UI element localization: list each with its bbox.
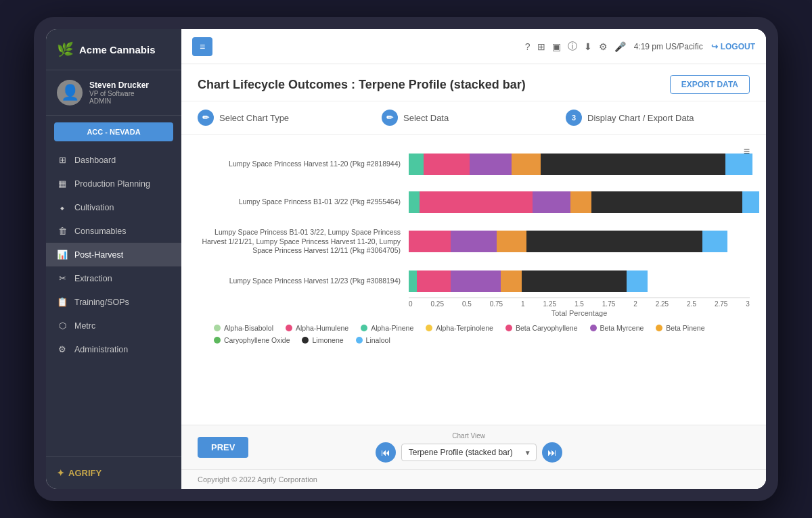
sidebar-item-metrc[interactable]: ⬡ Metrc xyxy=(46,314,181,337)
sidebar-item-post-harvest[interactable]: 📊 Post-Harvest xyxy=(46,243,181,266)
logout-button[interactable]: ↪ LOGOUT xyxy=(711,42,755,51)
mic-icon[interactable]: 🎤 xyxy=(614,41,626,52)
bar-segment xyxy=(424,154,470,175)
chart-view-controls: ⏮ Terpene Profile (stacked bar)Terpene P… xyxy=(376,442,562,463)
sidebar-item-label: Dashboard xyxy=(74,156,116,165)
legend-item: Linalool xyxy=(356,336,390,344)
bar-segment xyxy=(742,191,759,213)
bar-label: Lumpy Space Princess Harvest 11-20 (Pkg … xyxy=(198,160,401,169)
hamburger-icon: ≡ xyxy=(200,41,205,52)
user-name: Steven Drucker xyxy=(89,80,149,90)
legend-label: Alpha-Pinene xyxy=(371,324,413,332)
sidebar-item-dashboard[interactable]: ⊞ Dashboard xyxy=(46,148,181,172)
settings-icon[interactable]: ⚙ xyxy=(599,41,608,52)
step-1-label: Select Chart Type xyxy=(219,113,289,123)
sidebar-item-extraction[interactable]: ✂ Extraction xyxy=(46,266,181,290)
legend-label: Linalool xyxy=(366,336,390,344)
bar-segment xyxy=(409,154,424,175)
chart-menu-icon[interactable]: ≡ xyxy=(744,145,750,158)
export-button[interactable]: EXPORT DATA xyxy=(670,75,750,94)
chart-area: ≡ Lumpy Space Princess Harvest 11-20 (Pk… xyxy=(181,135,766,425)
x-tick: 1.25 xyxy=(543,300,556,308)
legend-item: Alpha-Terpinolene xyxy=(426,324,493,332)
topbar-icons: ? ⊞ ▣ ⓘ ⬇ ⚙ 🎤 xyxy=(525,41,626,53)
bar-segment xyxy=(522,270,627,292)
bar-segment xyxy=(497,231,526,252)
download-icon[interactable]: ⬇ xyxy=(584,41,592,52)
x-tick: 0.25 xyxy=(430,300,443,308)
copyright-text: Copyright © 2022 Agrify Corporation xyxy=(198,475,317,484)
next-chart-button[interactable]: ⏭ xyxy=(542,442,562,463)
bar-segment xyxy=(591,191,742,213)
legend-item: Limonene xyxy=(302,336,343,344)
bottom-bar: PREV Chart View ⏮ Terpene Profile (stack… xyxy=(181,425,766,469)
bar-row: Lumpy Space Princess B1-01 3/22 (Pkg #29… xyxy=(198,190,750,214)
prev-button[interactable]: PREV xyxy=(198,437,248,458)
menu-button[interactable]: ≡ xyxy=(192,37,212,56)
sidebar-item-label: Post-Harvest xyxy=(74,250,123,260)
bar-segment xyxy=(409,270,417,292)
grid-icon[interactable]: ⊞ xyxy=(537,41,545,52)
training-icon: 📋 xyxy=(57,297,68,307)
step-3: 3 Display Chart / Export Data xyxy=(566,110,750,126)
chart-view-select[interactable]: Terpene Profile (stacked bar)Terpene Pro… xyxy=(401,444,537,461)
user-role: VP of Software xyxy=(89,90,149,97)
topbar: ≡ ? ⊞ ▣ ⓘ ⬇ ⚙ 🎤 4:19 pm US/Pacific ↪ xyxy=(181,29,766,64)
agrify-icon: ✦ xyxy=(57,468,64,478)
steps-bar: ✏ Select Chart Type ✏ Select Data 3 Disp… xyxy=(181,101,766,135)
admin-icon: ⚙ xyxy=(57,344,68,354)
x-axis-label: Total Percentage xyxy=(409,309,750,317)
sidebar-item-label: Cultivation xyxy=(74,203,114,212)
legend-color-dot xyxy=(590,325,597,331)
location-button[interactable]: ACC - NEVADA xyxy=(54,122,173,141)
bar-segment xyxy=(512,154,541,175)
legend-label: Alpha-Bisabolol xyxy=(224,324,273,332)
legend-color-dot xyxy=(656,325,662,331)
step-1: ✏ Select Chart Type xyxy=(198,110,382,126)
legend-item: Beta Pinene xyxy=(656,324,704,332)
screen-icon[interactable]: ▣ xyxy=(552,41,561,52)
sidebar-item-training[interactable]: 📋 Training/SOPs xyxy=(46,290,181,314)
sidebar-item-administration[interactable]: ⚙ Administration xyxy=(46,337,181,361)
sidebar-bottom: ✦ AGRIFY xyxy=(46,456,181,489)
sidebar-item-consumables[interactable]: 🗑 Consumables xyxy=(46,219,181,243)
bar-segment xyxy=(417,270,451,292)
legend-item: Beta Myrcene xyxy=(590,324,644,332)
bar-segment xyxy=(702,231,727,252)
sidebar-item-label: Training/SOPs xyxy=(74,298,129,307)
bar-segment xyxy=(526,231,702,252)
info-icon[interactable]: ⓘ xyxy=(568,41,577,53)
legend-item: Beta Caryophyllene xyxy=(505,324,578,332)
chart-legend: Alpha-BisabololAlpha-HumuleneAlpha-Pinen… xyxy=(214,324,750,344)
bar-label: Lumpy Space Princess B1-01 3/22, Lumpy S… xyxy=(198,228,401,256)
legend-label: Caryophyllene Oxide xyxy=(224,336,290,344)
legend-item: Alpha-Pinene xyxy=(361,324,413,332)
step-3-label: Display Chart / Export Data xyxy=(587,113,694,123)
bar-segment xyxy=(420,191,533,213)
sidebar-item-production-planning[interactable]: ▦ Production Planning xyxy=(46,172,181,195)
user-info: Steven Drucker VP of Software ADMIN xyxy=(89,80,149,105)
bar-segments xyxy=(409,231,727,252)
legend-color-dot xyxy=(214,325,221,331)
sidebar-item-cultivation[interactable]: ⬥ Cultivation xyxy=(46,195,181,219)
x-tick: 0.5 xyxy=(462,300,472,308)
step-1-circle: ✏ xyxy=(198,110,214,126)
sidebar-logo: 🌿 Acme Cannabis xyxy=(46,29,181,70)
help-icon[interactable]: ? xyxy=(525,41,531,52)
step-2-circle: ✏ xyxy=(382,110,398,126)
prev-chart-button[interactable]: ⏮ xyxy=(376,442,396,463)
logout-icon: ↪ xyxy=(711,42,718,51)
main-content: ≡ ? ⊞ ▣ ⓘ ⬇ ⚙ 🎤 4:19 pm US/Pacific ↪ xyxy=(181,29,766,489)
chart-view-section: Chart View ⏮ Terpene Profile (stacked ba… xyxy=(376,432,562,463)
bar-segment xyxy=(470,154,512,175)
x-tick: 1.75 xyxy=(602,300,615,308)
bar-segment xyxy=(417,231,451,252)
footer: Copyright © 2022 Agrify Corporation xyxy=(181,469,766,489)
bar-segment xyxy=(570,191,591,213)
extraction-icon: ✂ xyxy=(57,273,68,283)
bar-track xyxy=(409,152,752,176)
x-tick: 0.75 xyxy=(490,300,503,308)
bar-segment xyxy=(451,231,497,252)
legend-color-dot xyxy=(361,325,367,331)
agrify-label: AGRIFY xyxy=(68,468,102,478)
